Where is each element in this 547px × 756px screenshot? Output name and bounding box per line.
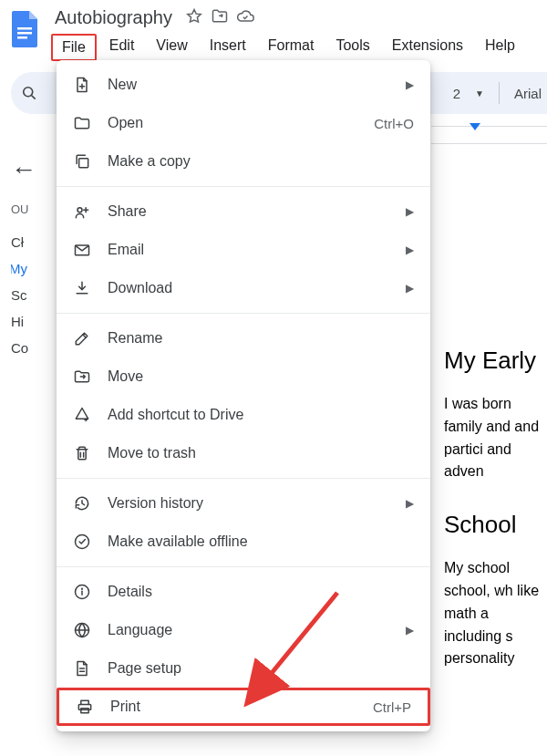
submenu-arrow-icon: ▶ bbox=[406, 205, 414, 218]
menu-help[interactable]: Help bbox=[476, 34, 524, 61]
doc-heading: School bbox=[444, 511, 547, 539]
trash-icon bbox=[73, 444, 91, 462]
folder-open-icon bbox=[73, 114, 91, 132]
menu-item-language[interactable]: Language ▶ bbox=[57, 611, 430, 649]
indent-marker-icon[interactable] bbox=[470, 123, 480, 130]
menu-item-new[interactable]: New ▶ bbox=[57, 66, 430, 104]
menu-item-move-to-trash[interactable]: Move to trash bbox=[57, 434, 430, 472]
email-icon bbox=[73, 241, 91, 259]
zoom-value[interactable]: 2 bbox=[453, 86, 460, 101]
menubar: File Edit View Insert Format Tools Exten… bbox=[51, 34, 540, 61]
svg-point-5 bbox=[77, 208, 82, 212]
menu-item-details[interactable]: Details bbox=[57, 573, 430, 611]
menu-edit[interactable]: Edit bbox=[100, 34, 144, 61]
menu-divider bbox=[57, 186, 430, 187]
download-icon bbox=[73, 279, 91, 297]
cloud-status-icon[interactable] bbox=[236, 7, 254, 29]
menu-item-move[interactable]: Move bbox=[57, 357, 430, 396]
menu-item-download[interactable]: Download ▶ bbox=[57, 269, 430, 307]
rename-icon bbox=[73, 329, 91, 347]
menu-item-open[interactable]: Open Ctrl+O bbox=[57, 104, 430, 142]
svg-point-7 bbox=[76, 535, 89, 549]
info-icon bbox=[73, 583, 91, 601]
new-doc-icon bbox=[73, 76, 91, 94]
document-page[interactable]: My Early I was born family and and parti… bbox=[444, 347, 547, 698]
submenu-arrow-icon: ▶ bbox=[406, 78, 414, 91]
submenu-arrow-icon: ▶ bbox=[406, 624, 414, 637]
ruler[interactable] bbox=[431, 126, 547, 144]
shortcut-label: Ctrl+P bbox=[373, 699, 411, 715]
page-setup-icon bbox=[73, 659, 91, 678]
menu-item-print[interactable]: Print Ctrl+P bbox=[57, 688, 430, 726]
svg-rect-2 bbox=[17, 36, 27, 39]
menu-item-version-history[interactable]: Version history ▶ bbox=[57, 484, 430, 523]
file-menu-dropdown: New ▶ Open Ctrl+O Make a copy Share ▶ Em… bbox=[57, 60, 430, 731]
menu-divider bbox=[57, 313, 430, 314]
svg-rect-12 bbox=[81, 709, 88, 713]
move-icon bbox=[73, 368, 91, 386]
menu-extensions[interactable]: Extensions bbox=[383, 34, 472, 61]
svg-rect-4 bbox=[79, 159, 88, 168]
doc-paragraph: I was born family and and partici and ad… bbox=[444, 393, 547, 483]
toolbar-separator bbox=[499, 82, 500, 104]
menu-divider bbox=[57, 478, 430, 479]
history-icon bbox=[73, 494, 91, 513]
shortcut-label: Ctrl+O bbox=[374, 116, 414, 131]
menu-item-email[interactable]: Email ▶ bbox=[57, 231, 430, 269]
svg-rect-1 bbox=[17, 32, 32, 35]
menu-insert[interactable]: Insert bbox=[201, 34, 255, 61]
submenu-arrow-icon: ▶ bbox=[406, 282, 414, 295]
doc-heading: My Early bbox=[444, 347, 547, 375]
print-icon bbox=[76, 698, 94, 716]
document-title[interactable]: Autobiography bbox=[51, 5, 176, 30]
svg-point-3 bbox=[24, 88, 33, 97]
share-icon bbox=[73, 202, 91, 221]
submenu-arrow-icon: ▶ bbox=[406, 497, 414, 510]
svg-point-9 bbox=[82, 588, 83, 589]
copy-icon bbox=[73, 152, 91, 171]
docs-logo[interactable] bbox=[7, 5, 44, 53]
zoom-dropdown-icon[interactable]: ▼ bbox=[475, 88, 484, 98]
drive-shortcut-icon bbox=[73, 406, 91, 424]
menu-view[interactable]: View bbox=[147, 34, 196, 61]
search-icon[interactable] bbox=[20, 84, 38, 102]
menu-tools[interactable]: Tools bbox=[326, 34, 378, 61]
submenu-arrow-icon: ▶ bbox=[406, 243, 414, 256]
menu-item-make-copy[interactable]: Make a copy bbox=[57, 142, 430, 181]
globe-icon bbox=[73, 621, 91, 639]
star-icon[interactable] bbox=[185, 7, 203, 29]
menu-item-add-shortcut[interactable]: Add shortcut to Drive bbox=[57, 396, 430, 434]
menu-item-share[interactable]: Share ▶ bbox=[57, 192, 430, 231]
svg-rect-0 bbox=[17, 27, 32, 30]
menu-file[interactable]: File bbox=[51, 34, 97, 61]
menu-divider bbox=[57, 566, 430, 567]
move-folder-icon[interactable] bbox=[211, 7, 229, 29]
menu-item-offline[interactable]: Make available offline bbox=[57, 523, 430, 561]
menu-item-page-setup[interactable]: Page setup bbox=[57, 649, 430, 688]
menu-item-rename[interactable]: Rename bbox=[57, 319, 430, 357]
offline-icon bbox=[73, 533, 91, 551]
doc-paragraph: My school school, wh like math a includi… bbox=[444, 557, 547, 670]
menu-format[interactable]: Format bbox=[259, 34, 324, 61]
font-family-select[interactable]: Arial bbox=[514, 86, 542, 101]
